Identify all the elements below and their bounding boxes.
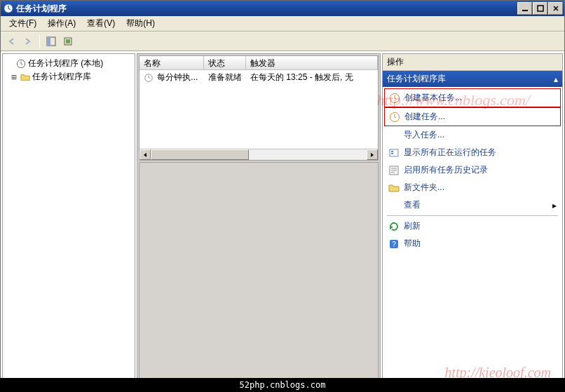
scroll-thumb[interactable] [151, 149, 249, 160]
action-label: 查看 [404, 199, 421, 211]
app-window: 任务计划程序 文件(F) 操作(A) 查看(V) 帮助(H) 任务计划程序 (本… [0, 0, 565, 392]
scroll-left-button[interactable] [139, 149, 151, 160]
action-enable-history[interactable]: 启用所有任务历史记录 [384, 161, 561, 179]
blank-icon [388, 130, 400, 141]
actions-list: 创建基本任务... 创建任务... 导入任务... 显示所有正在运行的任务 启用… [383, 87, 562, 254]
task-list: 名称 状态 触发器 每分钟执... 准备就绪 在每天的 13:25 - 触发后,… [139, 55, 379, 161]
forward-button [20, 34, 36, 49]
tree-root-label: 任务计划程序 (本地) [28, 58, 103, 69]
action-refresh[interactable]: 刷新 [384, 217, 561, 235]
svg-rect-6 [66, 39, 70, 43]
running-tasks-icon [388, 147, 400, 158]
collapse-icon: ▴ [554, 74, 558, 84]
row-status: 准备就绪 [204, 72, 246, 83]
action-label: 刷新 [404, 220, 421, 232]
action-label: 帮助 [404, 238, 421, 250]
actions-section-header[interactable]: 任务计划程序库 ▴ [383, 71, 562, 87]
svg-text:?: ? [392, 241, 396, 248]
tree-root[interactable]: 任务计划程序 (本地) [6, 57, 132, 70]
back-button [4, 34, 19, 49]
action-label: 创建任务... [404, 111, 445, 123]
col-status[interactable]: 状态 [204, 56, 246, 69]
caption: 52php.cnblogs.com [0, 378, 565, 392]
toolbar-separator [39, 34, 40, 48]
expand-icon[interactable]: ⊞ [10, 72, 18, 82]
actions-section-label: 任务计划程序库 [387, 73, 446, 85]
toolbar-refresh-button[interactable] [60, 34, 76, 49]
details-pane [139, 162, 379, 388]
expand-icon [6, 59, 14, 69]
scroll-right-button[interactable] [367, 149, 378, 160]
col-name[interactable]: 名称 [139, 56, 204, 69]
horizontal-scrollbar[interactable] [139, 149, 378, 160]
app-icon [4, 4, 13, 13]
action-new-folder[interactable]: 新文件夹... [384, 179, 561, 196]
tree-library-label: 任务计划程序库 [32, 71, 91, 83]
separator [387, 215, 558, 216]
tool-bar [1, 32, 564, 51]
help-icon: ? [388, 238, 400, 250]
folder-icon [388, 182, 400, 194]
maximize-button[interactable] [533, 2, 547, 15]
menu-view[interactable]: 查看(V) [81, 16, 121, 31]
action-import-task[interactable]: 导入任务... [384, 126, 561, 144]
action-label: 显示所有正在运行的任务 [404, 147, 496, 158]
svg-rect-13 [391, 153, 393, 154]
menu-action[interactable]: 操作(A) [42, 16, 81, 31]
refresh-icon [388, 221, 400, 232]
task-icon [144, 73, 154, 83]
title-bar: 任务计划程序 [1, 1, 564, 16]
action-create-basic-task[interactable]: 创建基本任务... [384, 88, 561, 107]
action-show-running[interactable]: 显示所有正在运行的任务 [384, 144, 561, 161]
tree-library[interactable]: ⊞ 任务计划程序库 [6, 70, 132, 83]
middle-pane: 名称 状态 触发器 每分钟执... 准备就绪 在每天的 13:25 - 触发后,… [137, 53, 381, 390]
svg-rect-12 [391, 151, 393, 152]
action-view[interactable]: 查看 [384, 196, 561, 214]
body: 任务计划程序 (本地) ⊞ 任务计划程序库 名称 状态 触发器 [1, 51, 564, 391]
toolbar-scope-button[interactable] [43, 34, 59, 49]
menu-bar: 文件(F) 操作(A) 查看(V) 帮助(H) [1, 16, 564, 32]
menu-file[interactable]: 文件(F) [4, 16, 42, 31]
clock-icon [16, 59, 26, 69]
actions-title: 操作 [383, 54, 562, 71]
folder-icon [20, 72, 30, 82]
action-help[interactable]: ? 帮助 [384, 235, 561, 252]
actions-pane: 操作 任务计划程序库 ▴ 创建基本任务... 创建任务... 导入任务... [382, 53, 563, 390]
action-label: 创建基本任务... [404, 92, 462, 104]
svg-rect-1 [522, 10, 528, 11]
row-triggers: 在每天的 13:25 - 触发后, 无 [246, 72, 378, 83]
clock-badge-icon [389, 93, 400, 104]
svg-rect-11 [390, 149, 398, 156]
col-triggers[interactable]: 触发器 [246, 56, 378, 69]
table-row[interactable]: 每分钟执... 准备就绪 在每天的 13:25 - 触发后, 无 [139, 70, 378, 85]
list-header: 名称 状态 触发器 [139, 56, 378, 70]
blank-icon [388, 200, 400, 211]
window-title: 任务计划程序 [16, 3, 517, 15]
action-label: 启用所有任务历史记录 [404, 164, 488, 176]
action-label: 导入任务... [404, 129, 444, 141]
tree-pane: 任务计划程序 (本地) ⊞ 任务计划程序库 [2, 53, 135, 390]
history-icon [388, 165, 400, 176]
svg-rect-2 [538, 6, 543, 11]
minimize-button[interactable] [517, 2, 532, 15]
action-label: 新文件夹... [404, 182, 444, 194]
action-create-task[interactable]: 创建任务... [384, 107, 561, 126]
svg-rect-4 [47, 37, 50, 46]
clock-icon [389, 111, 400, 123]
menu-help[interactable]: 帮助(H) [121, 16, 161, 31]
row-name: 每分钟执... [157, 72, 198, 82]
close-button[interactable] [548, 2, 563, 15]
scroll-track[interactable] [151, 149, 367, 160]
